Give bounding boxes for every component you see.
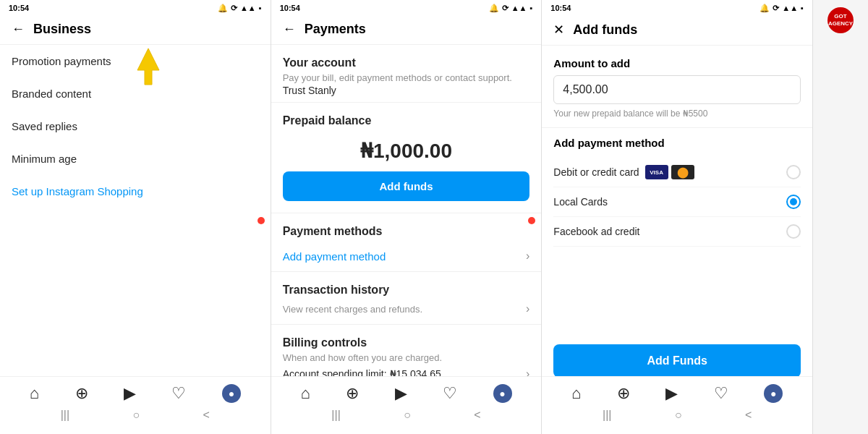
right-panel: GOTAGENCY (813, 0, 868, 434)
screen-header-3: ✕ Add funds (542, 16, 812, 46)
add-funds-main-button[interactable]: Add Funds (553, 344, 801, 378)
amount-label: Amount to add (542, 46, 812, 69)
debit-card-label: Debit or credit card (553, 166, 639, 178)
mastercard-badge: ⬤ (671, 165, 694, 179)
menu-item-saved[interactable]: Saved replies (0, 110, 271, 142)
nav-profile-1[interactable]: ● (222, 384, 241, 403)
nav-gestures-2: ||| ○ < (271, 406, 542, 427)
notification-icon-3: 🔔 (760, 4, 770, 13)
nav-search-1[interactable]: ⊕ (75, 384, 88, 403)
status-time-2: 10:54 (280, 4, 300, 12)
add-payment-link: Add payment method (283, 250, 386, 263)
nav-search-2[interactable]: ⊕ (346, 384, 359, 403)
menu-item-shopping[interactable]: Set up Instagram Shopping (0, 175, 271, 208)
account-name: Trust Stanly (283, 85, 530, 96)
billing-section: Billing controls When and how often you … (271, 324, 542, 376)
bottom-nav-1: ⌂ ⊕ ▶ ♡ ● ||| ○ < (0, 376, 271, 434)
nav-reels-3[interactable]: ▶ (665, 384, 678, 403)
screen-content-1: Promotion payments Branded content Saved… (0, 45, 271, 376)
radio-facebook[interactable] (786, 224, 801, 239)
notification-dot-1 (258, 217, 265, 224)
nav-heart-2[interactable]: ♡ (443, 384, 457, 403)
menu-item-minimum[interactable]: Minimum age (0, 142, 271, 175)
status-bar-2: 10:54 🔔 ⟳ ▲▲ ▪ (271, 0, 542, 16)
payment-methods-section: Payment methods Add payment method › (271, 213, 542, 271)
bottom-nav-2: ⌂ ⊕ ▶ ♡ ● ||| ○ < (271, 376, 542, 434)
nav-profile-3[interactable]: ● (764, 384, 783, 403)
balance-amount: ₦1,000.00 (283, 130, 530, 169)
screen-header-2: ← Payments (271, 16, 542, 45)
your-account-section: Your account Pay your bill, edit payment… (271, 45, 542, 102)
prepaid-balance-section: Prepaid balance ₦1,000.00 Add funds (271, 102, 542, 213)
add-funds-button[interactable]: Add funds (283, 171, 530, 201)
back-button-1[interactable]: ← (12, 22, 25, 37)
nav-reels-1[interactable]: ▶ (124, 384, 136, 403)
status-icons-2: 🔔 ⟳ ▲▲ ▪ (489, 4, 533, 13)
nav-icons-1: ⌂ ⊕ ▶ ♡ ● (0, 377, 271, 406)
signal-icon: ▲▲ (240, 4, 256, 12)
your-account-title: Your account (283, 56, 530, 69)
nav-icons-3: ⌂ ⊕ ▶ ♡ ● (542, 377, 812, 406)
spending-limit-row[interactable]: Account spending limit: ₦15,034.65 › (283, 365, 530, 376)
nav-home-2[interactable]: ⌂ (300, 384, 310, 403)
billing-title: Billing controls (283, 336, 530, 349)
signal-icon-3: ▲▲ (782, 4, 798, 12)
status-bar-1: 10:54 🔔 ⟳ ▲▲ ▪ (0, 0, 271, 16)
svg-marker-0 (137, 48, 159, 85)
notification-icon: 🔔 (218, 4, 228, 13)
card-badges: VISA ⬤ (645, 165, 694, 179)
battery-icon: ▪ (259, 4, 262, 12)
screen-add-funds: 10:54 🔔 ⟳ ▲▲ ▪ ✕ Add funds Amount to add… (542, 0, 813, 434)
nav-heart-3[interactable]: ♡ (714, 384, 728, 403)
payment-option-debit[interactable]: Debit or credit card VISA ⬤ (553, 158, 801, 187)
screen-header-1: ← Business (0, 16, 271, 45)
transaction-section: Transaction history View recent charges … (271, 271, 542, 324)
logo-circle: GOTAGENCY (827, 7, 854, 33)
nav-reels-2[interactable]: ▶ (395, 384, 407, 403)
radio-local[interactable] (786, 195, 801, 209)
transaction-row[interactable]: View recent charges and refunds. › (283, 299, 530, 318)
back-button-2[interactable]: ← (283, 22, 296, 37)
payment-option-local[interactable]: Local Cards (553, 187, 801, 217)
screen-payments: 10:54 🔔 ⟳ ▲▲ ▪ ← Payments Your account P… (271, 0, 542, 434)
battery-icon-3: ▪ (801, 4, 804, 12)
screen-content-2: Your account Pay your bill, edit payment… (271, 45, 542, 376)
status-icons-3: 🔔 ⟳ ▲▲ ▪ (760, 4, 804, 13)
amount-input-wrapper[interactable]: 4,500.00 (553, 75, 801, 104)
balance-note: Your new prepaid balance will be ₦5500 (542, 109, 812, 127)
wifi-icon: ⟳ (231, 4, 237, 13)
billing-desc: When and how often you are charged. (283, 352, 530, 363)
screen-title-1: Business (33, 22, 91, 37)
nav-gestures-1: ||| ○ < (0, 406, 271, 427)
chevron-transaction: › (526, 302, 529, 315)
wifi-icon-3: ⟳ (773, 4, 779, 13)
close-button-3[interactable]: ✕ (553, 22, 564, 38)
amount-input-value: 4,500.00 (563, 83, 791, 96)
status-icons-1: 🔔 ⟳ ▲▲ ▪ (218, 4, 262, 13)
chevron-payment: › (526, 250, 529, 263)
status-bar-3: 10:54 🔔 ⟳ ▲▲ ▪ (542, 0, 812, 16)
visa-badge: VISA (645, 165, 668, 179)
chevron-billing: › (526, 367, 529, 376)
transaction-desc: View recent charges and refunds. (283, 304, 422, 315)
battery-icon-2: ▪ (529, 4, 532, 12)
radio-debit[interactable] (786, 165, 801, 179)
nav-search-3[interactable]: ⊕ (617, 384, 630, 403)
signal-icon-2: ▲▲ (511, 4, 527, 12)
screen-business: 10:54 🔔 ⟳ ▲▲ ▪ ← Business Promotion paym… (0, 0, 271, 434)
nav-heart-1[interactable]: ♡ (171, 384, 186, 403)
nav-home-3[interactable]: ⌂ (571, 384, 581, 403)
got-logo: GOTAGENCY (819, 6, 862, 35)
arrow-annotation (123, 45, 174, 91)
nav-icons-2: ⌂ ⊕ ▶ ♡ ● (271, 377, 542, 406)
payment-method-title: Add payment method (553, 137, 801, 149)
bottom-nav-3: ⌂ ⊕ ▶ ♡ ● ||| ○ < (542, 376, 812, 434)
add-payment-row[interactable]: Add payment method › (283, 241, 530, 265)
prepaid-title: Prepaid balance (283, 114, 530, 127)
nav-profile-2[interactable]: ● (493, 384, 512, 403)
payment-method-section: Add payment method Debit or credit card … (542, 127, 812, 247)
nav-home-1[interactable]: ⌂ (30, 384, 39, 403)
your-account-desc: Pay your bill, edit payment methods or c… (283, 72, 530, 83)
wifi-icon-2: ⟳ (502, 4, 509, 13)
payment-option-facebook[interactable]: Facebook ad credit (553, 217, 801, 247)
